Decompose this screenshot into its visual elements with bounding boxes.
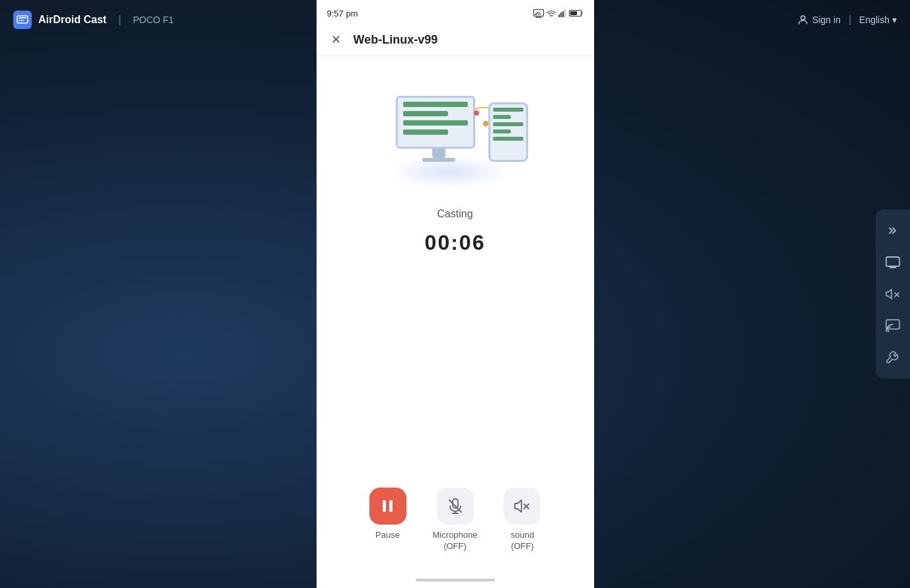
wrench-icon	[886, 350, 900, 365]
phone-screen: 9:57 pm	[317, 0, 594, 588]
monitor-base	[422, 158, 455, 162]
sidebar-cast-button[interactable]	[880, 312, 906, 339]
pause-control[interactable]: Pause	[369, 488, 406, 541]
casting-illustration	[376, 83, 535, 188]
bottom-controls: Pause Microphone(OFF)	[317, 474, 594, 572]
sidebar-expand-button[interactable]	[880, 217, 906, 244]
device-line-3	[493, 122, 523, 126]
sound-control[interactable]: sound(OFF)	[504, 488, 541, 552]
app-title: AirDroid Cast	[38, 14, 106, 26]
main-content: Casting 00:06	[317, 56, 594, 474]
sound-off-icon	[513, 497, 531, 515]
svg-line-17	[449, 500, 461, 512]
pause-label: Pause	[375, 530, 400, 541]
language-label: English	[859, 15, 890, 25]
svg-point-24	[888, 330, 890, 332]
device-line-5	[493, 137, 523, 141]
language-button[interactable]: English ▾	[859, 15, 897, 25]
screen-line-2	[403, 111, 448, 116]
sign-in-button[interactable]: Sign in	[798, 15, 841, 25]
microphone-label: Microphone(OFF)	[433, 530, 478, 552]
svg-point-3	[801, 16, 805, 20]
pause-bar-left	[383, 500, 386, 512]
pause-icon	[383, 500, 393, 512]
chevrons-right-icon	[887, 225, 899, 237]
microphone-button[interactable]	[437, 488, 474, 525]
device-line-2	[493, 115, 511, 119]
header-right: Sign in | English ▾	[798, 14, 897, 26]
pause-bar-right	[389, 500, 393, 512]
svg-rect-1	[19, 17, 26, 18]
phone-container: 9:57 pm	[317, 0, 594, 588]
sound-label: sound(OFF)	[511, 530, 534, 552]
header-separator: |	[849, 14, 851, 26]
device-name: POCO F1	[133, 15, 173, 25]
sign-in-label: Sign in	[812, 15, 841, 25]
sidebar-settings-button[interactable]	[880, 344, 906, 371]
cast-screen-icon	[886, 319, 900, 332]
casting-timer: 00:06	[425, 231, 486, 255]
home-bar	[416, 579, 495, 581]
logo-icon	[13, 11, 32, 29]
header: AirDroid Cast | POCO F1 Sign in | Englis…	[0, 0, 910, 40]
sound-button[interactable]	[504, 488, 541, 525]
tv-icon	[886, 256, 900, 269]
home-indicator	[317, 572, 594, 588]
microphone-icon	[447, 497, 464, 515]
casting-status-label: Casting	[437, 208, 473, 220]
sidebar-tv-button[interactable]	[880, 249, 906, 276]
microphone-control[interactable]: Microphone(OFF)	[433, 488, 478, 552]
device-line-1	[493, 108, 523, 112]
svg-rect-2	[19, 20, 24, 21]
right-sidebar	[876, 209, 910, 379]
monitor-screen	[396, 96, 475, 149]
chevron-down-icon: ▾	[892, 15, 897, 25]
screen-line-1	[403, 102, 468, 107]
svg-rect-0	[17, 16, 28, 23]
screen-line-3	[403, 120, 468, 126]
monitor-illustration	[396, 96, 482, 162]
svg-rect-20	[886, 257, 899, 266]
header-divider-bar: |	[118, 14, 121, 26]
sidebar-mute-button[interactable]	[880, 281, 906, 307]
screen-line-4	[403, 129, 448, 135]
header-left: AirDroid Cast | POCO F1	[13, 11, 174, 29]
pause-button[interactable]	[369, 488, 406, 525]
volume-off-icon	[886, 287, 900, 301]
monitor-stand	[432, 149, 445, 158]
phone-device-illustration	[488, 102, 528, 162]
device-line-4	[493, 129, 511, 133]
